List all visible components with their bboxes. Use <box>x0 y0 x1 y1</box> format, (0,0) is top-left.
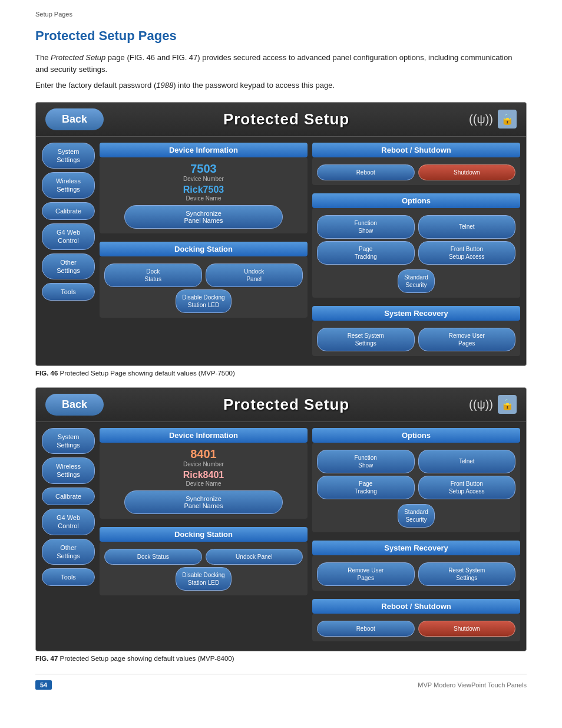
fig47-device-info-section: Device Information 8401 Device Number Ri… <box>100 428 308 519</box>
fig47-reboot-btn-row: Reboot Shutdown <box>317 621 515 637</box>
fig47-options-header: Options <box>312 428 520 443</box>
fig47-telnet-button[interactable]: Telnet <box>418 450 516 473</box>
fig46-standard-security-button[interactable]: StandardSecurity <box>398 269 435 293</box>
fig47-options-section: Options FunctionShow Telnet PageTracking… <box>312 428 520 532</box>
fig46-right: Reboot / Shutdown Reboot Shutdown Option… <box>312 143 520 360</box>
fig46-device-info-section: Device Information 7503 Device Number Ri… <box>100 143 308 233</box>
fig47-front-button-setup[interactable]: Front ButtonSetup Access <box>418 476 516 499</box>
fig46-dock-status-button[interactable]: DockStatus <box>104 263 202 287</box>
fig47-panel: Back Protected Setup ((ψ)) 🔒 SystemSetti… <box>35 387 527 651</box>
fig47-shutdown-button[interactable]: Shutdown <box>418 621 516 637</box>
fig46-sync-button[interactable]: SynchronizePanel Names <box>124 205 283 229</box>
fig47-system-recovery-body: Remove UserPages Reset SystemSettings <box>312 555 520 591</box>
fig47-wifi-icon: ((ψ)) <box>469 398 493 411</box>
fig46-device-name: Rick7503 <box>104 185 303 195</box>
fig46-telnet-button[interactable]: Telnet <box>418 215 516 239</box>
fig47-sidebar-wireless-settings[interactable]: WirelessSettings <box>42 457 95 484</box>
fig47-options-row1: FunctionShow Telnet <box>317 450 515 473</box>
fig47-reboot-button[interactable]: Reboot <box>317 621 415 637</box>
fig46-header-icons: ((ψ)) 🔒 <box>469 110 517 129</box>
fig47-sidebar-tools[interactable]: Tools <box>42 568 95 586</box>
fig46-options-row2: PageTracking Front ButtonSetup Access <box>317 241 515 265</box>
fig47-center: Device Information 8401 Device Number Ri… <box>100 428 308 645</box>
fig46-undock-button[interactable]: UndockPanel <box>206 263 303 287</box>
fig46-reset-system-button[interactable]: Reset SystemSettings <box>317 328 415 351</box>
fig46-device-info-header: Device Information <box>100 143 308 157</box>
fig46-sidebar-calibrate[interactable]: Calibrate <box>42 202 95 220</box>
fig47-body: SystemSettings WirelessSettings Calibrat… <box>36 422 526 651</box>
page-number: 54 <box>35 680 52 690</box>
fig47-reboot-section: Reboot / Shutdown Reboot Shutdown <box>312 599 520 641</box>
fig47-docking-header: Docking Station <box>100 527 308 542</box>
fig46-device-info-body: 7503 Device Number Rick7503 Device Name … <box>100 157 308 233</box>
page-title: Protected Setup Pages <box>35 28 527 44</box>
fig47-device-name: Rick8401 <box>104 470 303 480</box>
fig47-device-name-label: Device Name <box>104 480 303 487</box>
fig46-device-number-label: Device Number <box>104 176 303 182</box>
fig46-sidebar-g4web[interactable]: G4 WebControl <box>42 223 95 250</box>
fig46-options-body: FunctionShow Telnet PageTracking Front B… <box>312 208 520 298</box>
fig46-title: Protected Setup <box>223 110 349 129</box>
fig46-front-button-setup[interactable]: Front ButtonSetup Access <box>418 241 516 265</box>
fig47-sidebar-system-settings[interactable]: SystemSettings <box>42 428 95 454</box>
fig46-sidebar-tools[interactable]: Tools <box>42 283 95 301</box>
fig47-sidebar-other-settings[interactable]: OtherSettings <box>42 539 95 565</box>
fig47-dock-status-button[interactable]: Dock Status <box>104 549 202 565</box>
fig46-sidebar-system-settings[interactable]: SystemSettings <box>42 143 95 169</box>
fig46-back-button[interactable]: Back <box>45 108 104 130</box>
fig46-device-number: 7503 <box>104 162 303 176</box>
fig46-system-recovery-section: System Recovery Reset SystemSettings Rem… <box>312 306 520 356</box>
fig47-device-number: 8401 <box>104 447 303 461</box>
fig47-disable-docking-button[interactable]: Disable DockingStation LED <box>176 567 231 591</box>
fig47-sidebar: SystemSettings WirelessSettings Calibrat… <box>42 428 95 645</box>
fig46-sidebar-other-settings[interactable]: OtherSettings <box>42 253 95 280</box>
fig47-system-recovery-section: System Recovery Remove UserPages Reset S… <box>312 541 520 591</box>
fig46-center: Device Information 7503 Device Number Ri… <box>100 143 308 360</box>
fig46-options-row1: FunctionShow Telnet <box>317 215 515 239</box>
fig46-disable-docking-button[interactable]: Disable DockingStation LED <box>176 289 231 313</box>
fig47-standard-security-button[interactable]: StandardSecurity <box>398 504 435 528</box>
fig46-sidebar-wireless-settings[interactable]: WirelessSettings <box>42 172 95 199</box>
breadcrumb: Setup Pages <box>35 11 527 18</box>
fig47-undock-button[interactable]: Undock Panel <box>206 549 303 565</box>
fig46-reboot-section: Reboot / Shutdown Reboot Shutdown <box>312 143 520 185</box>
fig46-docking-body: DockStatus UndockPanel Disable DockingSt… <box>100 256 308 318</box>
fig46-shutdown-button[interactable]: Shutdown <box>418 164 516 180</box>
fig47-sidebar-g4web[interactable]: G4 WebControl <box>42 509 95 535</box>
fig46-remove-user-button[interactable]: Remove UserPages <box>418 328 516 351</box>
fig46-device-name-label: Device Name <box>104 195 303 202</box>
fig46-sidebar: SystemSettings WirelessSettings Calibrat… <box>42 143 95 360</box>
fig46-lock-icon: 🔒 <box>498 110 517 129</box>
fig47-back-button[interactable]: Back <box>45 394 104 416</box>
fig47-function-show-button[interactable]: FunctionShow <box>317 450 415 473</box>
fig46-function-show-button[interactable]: FunctionShow <box>317 215 415 239</box>
fig46-reboot-button[interactable]: Reboot <box>317 164 415 180</box>
fig47-recovery-btn-row: Remove UserPages Reset SystemSettings <box>317 562 515 586</box>
fig47-right: Options FunctionShow Telnet PageTracking… <box>312 428 520 645</box>
fig46-recovery-btn-row: Reset SystemSettings Remove UserPages <box>317 328 515 351</box>
fig47-header: Back Protected Setup ((ψ)) 🔒 <box>36 388 526 422</box>
fig47-sync-button[interactable]: SynchronizePanel Names <box>124 490 283 514</box>
fig47-page-tracking-button[interactable]: PageTracking <box>317 476 415 499</box>
fig46-page-tracking-button[interactable]: PageTracking <box>317 241 415 265</box>
fig46-docking-header: Docking Station <box>100 242 308 256</box>
fig47-title: Protected Setup <box>223 396 349 414</box>
page-footer: 54 MVP Modero ViewPoint Touch Panels <box>35 674 527 690</box>
fig46-system-recovery-body: Reset SystemSettings Remove UserPages <box>312 321 520 356</box>
fig46-wifi-icon: ((ψ)) <box>469 113 493 126</box>
fig47-device-number-label: Device Number <box>104 461 303 467</box>
fig47-docking-section: Docking Station Dock Status Undock Panel… <box>100 527 308 595</box>
fig47-sidebar-calibrate[interactable]: Calibrate <box>42 487 95 505</box>
fig47-reboot-body: Reboot Shutdown <box>312 614 520 641</box>
fig47-lock-icon: 🔒 <box>498 395 517 414</box>
fig47-device-info-header: Device Information <box>100 428 308 443</box>
fig47-docking-body: Dock Status Undock Panel Disable Docking… <box>100 542 308 595</box>
fig46-reboot-header: Reboot / Shutdown <box>312 143 520 157</box>
fig47-options-body: FunctionShow Telnet PageTracking Front B… <box>312 443 520 532</box>
intro-paragraph2: Enter the factory default password (1988… <box>35 80 527 91</box>
fig46-panel: Back Protected Setup ((ψ)) 🔒 SystemSetti… <box>35 102 527 366</box>
fig47-remove-user-button[interactable]: Remove UserPages <box>317 562 415 586</box>
fig47-options-row2: PageTracking Front ButtonSetup Access <box>317 476 515 499</box>
fig46-system-recovery-header: System Recovery <box>312 306 520 321</box>
fig47-reset-system-button[interactable]: Reset SystemSettings <box>418 562 516 586</box>
